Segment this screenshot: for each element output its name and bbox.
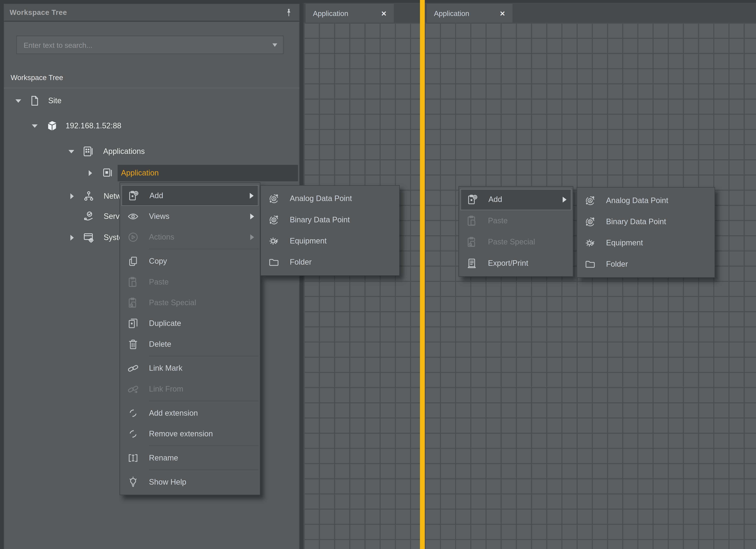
menu-item-label: Binary Data Point [290, 216, 394, 224]
menu-item-views[interactable]: Views [120, 206, 260, 227]
menu-item-paste: Paste [120, 271, 260, 292]
menu-item-label: Paste Special [488, 238, 568, 246]
menu-item-label: Analog Data Point [606, 196, 710, 205]
grid-canvas-left[interactable] [304, 23, 420, 549]
panel-header: Workspace Tree [4, 4, 299, 22]
folder-icon [268, 256, 280, 269]
menu-item-label: Paste Special [149, 298, 255, 307]
search-input[interactable] [23, 40, 272, 49]
tree-item-applications[interactable]: Applications [4, 143, 299, 160]
menu-item-folder[interactable]: Folder [261, 252, 399, 273]
menu-item-add[interactable]: Add [460, 189, 571, 210]
close-icon[interactable]: ✕ [381, 9, 387, 17]
tree-item-site[interactable]: Site [4, 93, 299, 109]
extension-icon [127, 407, 139, 419]
expand-arrow-icon[interactable] [70, 235, 74, 241]
link-from-icon [127, 383, 139, 395]
menu-item-label: Equipment [290, 237, 394, 245]
menu-item-label: Equipment [606, 239, 710, 247]
submenu-arrow-icon [250, 213, 254, 219]
paste-special-icon [466, 236, 478, 248]
copy-icon [127, 255, 139, 267]
menu-item-duplicate[interactable]: Duplicate [120, 313, 260, 334]
analog-icon: A [268, 192, 280, 205]
expand-arrow-icon[interactable] [89, 170, 92, 176]
actions-icon [127, 231, 139, 243]
collapse-arrow-icon[interactable] [32, 124, 38, 128]
menu-item-label: Views [149, 212, 250, 220]
collapse-arrow-icon[interactable] [15, 99, 21, 103]
menu-item-binary-data-point[interactable]: BBinary Data Point [577, 211, 714, 232]
svg-text:B: B [589, 220, 591, 224]
tree-item-label: Applications [103, 147, 145, 156]
menu-separator [149, 249, 259, 249]
menu-item-label: Duplicate [149, 319, 255, 328]
menu-item-add[interactable]: Add [121, 185, 258, 206]
application-icon [101, 167, 114, 179]
menu-item-paste: Paste [459, 210, 573, 231]
pane-splitter[interactable] [420, 0, 425, 549]
tab-label: Application [313, 9, 348, 17]
tree-caption: Workspace Tree [11, 73, 63, 81]
menu-item-equipment[interactable]: Equipment [577, 232, 714, 254]
tab-application-left[interactable]: Application ✕ [306, 4, 394, 23]
svg-text:A: A [589, 199, 591, 203]
svg-text:B: B [272, 218, 275, 222]
views-icon [127, 210, 139, 222]
chevron-down-icon[interactable] [272, 43, 277, 47]
link-icon [127, 362, 139, 374]
menu-item-show-help[interactable]: Show Help [120, 472, 260, 492]
menu-item-label: Link Mark [149, 364, 255, 372]
menu-item-analog-data-point[interactable]: AAnalog Data Point [261, 188, 399, 209]
tree-item-application[interactable]: Application [4, 165, 299, 181]
grid-canvas-right[interactable] [425, 23, 756, 549]
menu-item-label: Folder [290, 258, 394, 267]
extension-icon [127, 427, 139, 440]
menu-item-export-print[interactable]: Export/Print [459, 253, 573, 274]
add-submenu-right: AAnalog Data PointBBinary Data PointEqui… [577, 187, 715, 278]
tree-item-label: 192.168.1.52:88 [65, 121, 121, 130]
add-icon [466, 193, 479, 206]
tree-item-label: Site [48, 96, 62, 105]
menu-item-label: Link From [149, 384, 255, 393]
menu-separator [149, 470, 259, 470]
menu-separator [149, 445, 259, 446]
menu-item-paste-special: Paste Special [120, 292, 260, 313]
menu-item-delete[interactable]: Delete [120, 334, 260, 354]
tab-application-right[interactable]: Application ✕ [427, 4, 513, 23]
search-box[interactable] [16, 36, 284, 54]
pin-icon[interactable] [284, 8, 294, 17]
menu-item-binary-data-point[interactable]: BBinary Data Point [261, 209, 399, 230]
binary-icon: B [268, 214, 280, 226]
menu-item-copy[interactable]: Copy [120, 251, 260, 271]
add-icon [127, 189, 140, 202]
menu-item-remove-extension[interactable]: Remove extension [120, 423, 260, 444]
paste-icon [127, 276, 139, 288]
expand-arrow-icon[interactable] [70, 193, 74, 199]
collapse-arrow-icon[interactable] [68, 150, 74, 153]
menu-item-analog-data-point[interactable]: AAnalog Data Point [577, 190, 714, 211]
menu-item-label: Delete [149, 340, 255, 348]
equipment-icon [268, 235, 280, 247]
submenu-arrow-icon [563, 197, 567, 202]
menu-item-label: Add [149, 191, 250, 200]
export-print-icon [466, 257, 478, 269]
menu-item-label: Rename [149, 453, 255, 462]
caption-separator [4, 88, 299, 88]
help-icon [127, 476, 139, 488]
menu-separator [149, 401, 259, 401]
menu-item-link-mark[interactable]: Link Mark [120, 358, 260, 378]
menu-item-add-extension[interactable]: Add extension [120, 403, 260, 423]
panel-title: Workspace Tree [10, 8, 67, 16]
menu-item-label: Analog Data Point [290, 194, 394, 203]
close-icon[interactable]: ✕ [500, 9, 505, 17]
context-menu: AddViewsActionsCopyPastePaste SpecialDup… [120, 182, 260, 495]
menu-item-equipment[interactable]: Equipment [261, 230, 399, 252]
tree-item-192-168-1-52-88[interactable]: 192.168.1.52:88 [4, 118, 299, 134]
menu-item-rename[interactable]: Rename [120, 447, 260, 468]
analog-icon: A [584, 194, 596, 207]
menu-item-folder[interactable]: Folder [577, 254, 714, 275]
duplicate-icon [127, 317, 139, 329]
menu-item-label: Export/Print [488, 259, 568, 267]
menu-item-label: Binary Data Point [606, 217, 710, 226]
